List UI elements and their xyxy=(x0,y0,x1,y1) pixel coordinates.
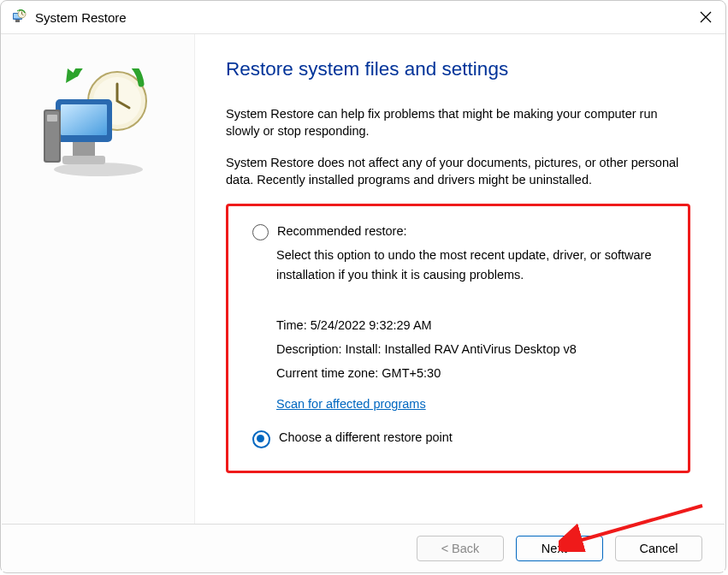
restore-timezone: Current time zone: GMT+5:30 xyxy=(276,361,664,385)
different-restore-point-option[interactable]: Choose a different restore point xyxy=(252,430,664,448)
svg-rect-9 xyxy=(61,104,107,135)
system-restore-window: System Restore xyxy=(0,0,726,573)
close-button[interactable] xyxy=(686,1,725,33)
recommended-restore-label: Recommended restore: xyxy=(277,223,407,240)
scan-affected-programs-link[interactable]: Scan for affected programs xyxy=(276,397,426,411)
page-heading: Restore system files and settings xyxy=(226,58,690,80)
svg-rect-2 xyxy=(15,20,20,22)
titlebar: System Restore xyxy=(1,1,725,34)
recommended-restore-desc: Select this option to undo the most rece… xyxy=(276,246,664,285)
next-button[interactable]: Next > xyxy=(516,536,603,561)
recommended-restore-option[interactable]: Recommended restore: xyxy=(252,223,664,240)
restore-point-details: Time: 5/24/2022 9:32:29 AM Description: … xyxy=(276,313,664,386)
svg-point-4 xyxy=(54,163,143,176)
footer: < Back Next > Cancel xyxy=(2,524,725,572)
main-content: Restore system files and settings System… xyxy=(195,34,725,525)
different-restore-point-label: Choose a different restore point xyxy=(279,430,453,447)
intro-paragraph-2: System Restore does not affect any of yo… xyxy=(226,155,690,188)
options-box: Recommended restore: Select this option … xyxy=(226,204,690,473)
back-button: < Back xyxy=(417,536,504,561)
close-icon xyxy=(700,11,712,23)
restore-description: Description: Install: Installed RAV Anti… xyxy=(276,337,664,361)
system-restore-graphic-icon xyxy=(38,68,158,180)
svg-rect-10 xyxy=(73,142,95,157)
radio-icon xyxy=(252,224,269,240)
restore-time: Time: 5/24/2022 9:32:29 AM xyxy=(276,313,664,337)
window-title: System Restore xyxy=(35,10,686,25)
intro-paragraph-1: System Restore can help fix problems tha… xyxy=(226,106,690,139)
svg-rect-11 xyxy=(62,156,105,164)
cancel-button[interactable]: Cancel xyxy=(615,536,702,561)
svg-rect-14 xyxy=(47,115,57,122)
sidebar xyxy=(2,34,195,525)
radio-icon xyxy=(252,430,270,448)
system-restore-icon xyxy=(11,9,27,25)
client-area: Restore system files and settings System… xyxy=(2,34,725,525)
